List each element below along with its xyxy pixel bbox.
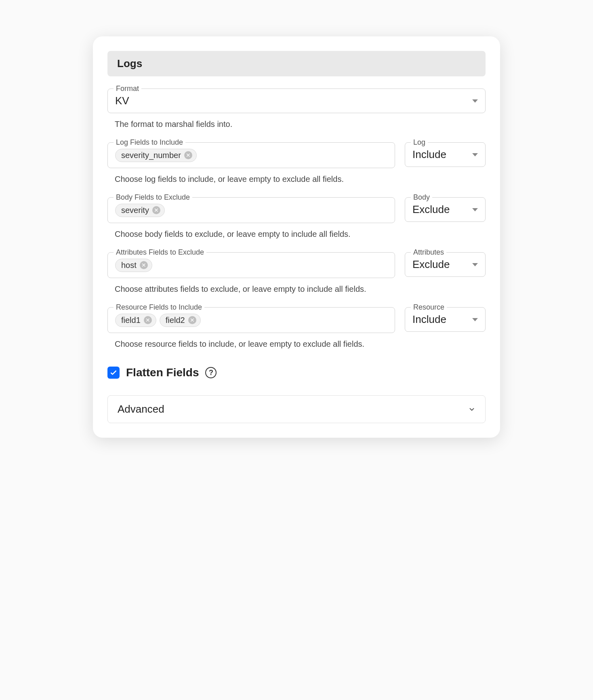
format-label: Format <box>114 84 141 93</box>
chip-label: severity_number <box>121 151 181 160</box>
attributes-fields-label: Attributes Fields to Exclude <box>114 248 206 257</box>
attributes-fields-chips: host✕ <box>115 258 387 272</box>
help-icon[interactable]: ? <box>205 367 217 378</box>
body-fields-input[interactable]: Body Fields to Exclude severity✕ <box>107 197 395 223</box>
caret-down-icon <box>472 153 478 156</box>
log-fields-label: Log Fields to Include <box>114 138 185 147</box>
body-fields-label: Body Fields to Exclude <box>114 193 192 202</box>
flatten-fields-label: Flatten Fields <box>126 366 199 379</box>
log-fields-chips: severity_number✕ <box>115 148 387 162</box>
attributes-mode-value: Exclude <box>412 258 450 271</box>
chip-label: severity <box>121 206 149 215</box>
resource-mode-select[interactable]: Resource Include <box>405 307 486 332</box>
resource-mode-label: Resource <box>411 303 447 312</box>
chevron-down-icon <box>468 406 475 413</box>
chip: field1✕ <box>115 314 156 327</box>
attributes-mode-select[interactable]: Attributes Exclude <box>405 252 486 277</box>
chip-remove-icon[interactable]: ✕ <box>144 316 152 324</box>
logs-config-card: Logs Format KV The format to marshal fie… <box>93 36 500 438</box>
flatten-fields-row: Flatten Fields ? <box>107 366 486 379</box>
caret-down-icon <box>472 99 478 103</box>
chip-remove-icon[interactable]: ✕ <box>188 316 196 324</box>
attributes-mode-label: Attributes <box>411 248 446 257</box>
chip-label: host <box>121 261 137 270</box>
body-mode-select[interactable]: Body Exclude <box>405 197 486 222</box>
chip: severity_number✕ <box>115 149 197 162</box>
body-fields-helper: Choose body fields to exclude, or leave … <box>115 228 389 240</box>
section-header-logs: Logs <box>107 51 486 76</box>
resource-fields-chips: field1✕field2✕ <box>115 313 387 327</box>
flatten-fields-checkbox[interactable] <box>107 367 120 379</box>
format-helper: The format to marshal fields into. <box>115 118 389 130</box>
caret-down-icon <box>472 263 478 266</box>
chip: severity✕ <box>115 204 165 217</box>
resource-fields-helper: Choose resource fields to include, or le… <box>115 338 389 350</box>
chip: field2✕ <box>160 314 201 327</box>
caret-down-icon <box>472 318 478 321</box>
resource-fields-input[interactable]: Resource Fields to Include field1✕field2… <box>107 307 395 333</box>
body-mode-label: Body <box>411 193 432 202</box>
log-mode-value: Include <box>412 148 446 161</box>
check-icon <box>109 369 118 377</box>
log-fields-helper: Choose log fields to include, or leave e… <box>115 173 389 185</box>
chip-remove-icon[interactable]: ✕ <box>140 261 148 269</box>
chip-remove-icon[interactable]: ✕ <box>184 151 192 159</box>
chip-remove-icon[interactable]: ✕ <box>152 206 160 214</box>
caret-down-icon <box>472 208 478 211</box>
attributes-fields-helper: Choose attributes fields to exclude, or … <box>115 283 389 295</box>
chip-label: field2 <box>166 316 185 325</box>
attributes-fields-input[interactable]: Attributes Fields to Exclude host✕ <box>107 252 395 278</box>
body-mode-value: Exclude <box>412 203 450 216</box>
advanced-label: Advanced <box>118 403 164 415</box>
log-mode-select[interactable]: Log Include <box>405 142 486 167</box>
resource-fields-label: Resource Fields to Include <box>114 303 204 312</box>
log-mode-label: Log <box>411 138 428 147</box>
format-select[interactable]: Format KV <box>107 89 486 113</box>
body-fields-chips: severity✕ <box>115 203 387 217</box>
advanced-accordion[interactable]: Advanced <box>107 395 486 423</box>
chip-label: field1 <box>121 316 141 325</box>
resource-mode-value: Include <box>412 313 446 326</box>
chip: host✕ <box>115 259 152 272</box>
format-value: KV <box>115 95 129 107</box>
section-title: Logs <box>117 57 142 70</box>
log-fields-input[interactable]: Log Fields to Include severity_number✕ <box>107 142 395 168</box>
